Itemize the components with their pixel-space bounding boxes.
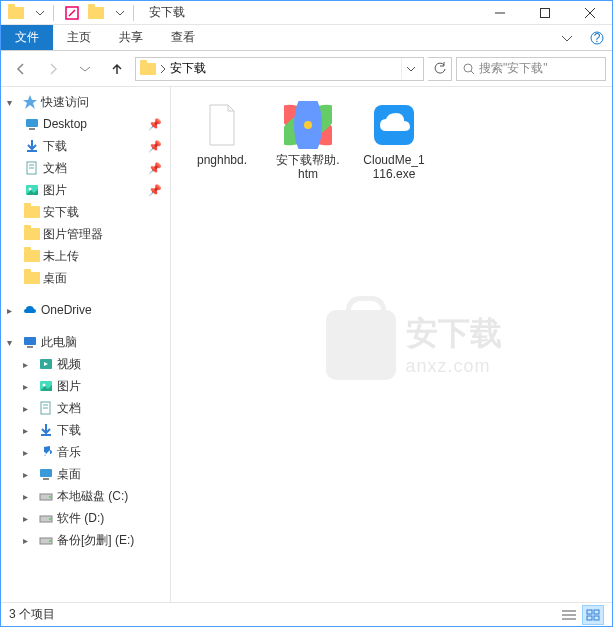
- chevron-right-icon[interactable]: ▸: [23, 381, 35, 392]
- sidebar-item[interactable]: Desktop📌: [1, 113, 170, 135]
- file-item[interactable]: 安下载帮助.htm: [271, 97, 345, 186]
- up-button[interactable]: [103, 55, 131, 83]
- sidebar-this-pc[interactable]: ▾ 此电脑: [1, 331, 170, 353]
- tab-file[interactable]: 文件: [1, 25, 53, 50]
- sidebar-item-label: 快速访问: [41, 94, 89, 111]
- refresh-button[interactable]: [428, 57, 452, 81]
- svg-text:?: ?: [594, 31, 601, 45]
- search-input[interactable]: 搜索"安下载": [456, 57, 606, 81]
- title-bar: 安下载: [1, 1, 612, 25]
- sidebar-item[interactable]: ▸文档: [1, 397, 170, 419]
- videos-icon: [37, 355, 55, 373]
- sidebar-item-label: 文档: [57, 400, 81, 417]
- sidebar-item[interactable]: 未上传: [1, 245, 170, 267]
- sidebar-item[interactable]: ▸下载: [1, 419, 170, 441]
- sidebar-item-label: OneDrive: [41, 303, 92, 317]
- chevron-right-icon[interactable]: ▸: [23, 447, 35, 458]
- svg-marker-9: [23, 95, 37, 109]
- svg-rect-28: [40, 469, 52, 477]
- documents-icon: [37, 399, 55, 417]
- music-icon: [37, 443, 55, 461]
- svg-point-31: [49, 496, 51, 498]
- sidebar-item[interactable]: ▸图片: [1, 375, 170, 397]
- sidebar-drive[interactable]: ▸备份[勿删] (E:): [1, 529, 170, 551]
- chevron-right-icon[interactable]: ▸: [23, 535, 35, 546]
- address-bar[interactable]: 安下载: [135, 57, 424, 81]
- sidebar-item[interactable]: 图片📌: [1, 179, 170, 201]
- forward-button[interactable]: [39, 55, 67, 83]
- pin-icon: 📌: [148, 118, 162, 131]
- svg-rect-44: [587, 616, 592, 620]
- icons-view-button[interactable]: [582, 605, 604, 625]
- drive-icon: [37, 509, 55, 527]
- drive-icon: [37, 487, 55, 505]
- tab-share[interactable]: 共享: [105, 25, 157, 50]
- sidebar-item[interactable]: 桌面: [1, 267, 170, 289]
- breadcrumb-label: 安下载: [170, 60, 206, 77]
- file-icon: [198, 101, 246, 149]
- sidebar-item-label: 本地磁盘 (C:): [57, 488, 128, 505]
- search-icon: [463, 63, 475, 75]
- maximize-button[interactable]: [522, 1, 567, 25]
- sidebar-item[interactable]: 下载📌: [1, 135, 170, 157]
- sidebar-onedrive[interactable]: ▸ OneDrive: [1, 299, 170, 321]
- sidebar-item[interactable]: 图片管理器: [1, 223, 170, 245]
- chevron-right-icon[interactable]: ▸: [7, 305, 19, 316]
- navigation-pane: ▾ 快速访问 Desktop📌下载📌文档📌图片📌 安下载图片管理器未上传桌面 ▸…: [1, 87, 171, 602]
- chevron-right-icon[interactable]: ▸: [23, 469, 35, 480]
- window-controls: [477, 1, 612, 25]
- sidebar-item[interactable]: 文档📌: [1, 157, 170, 179]
- sidebar-item[interactable]: ▸桌面: [1, 463, 170, 485]
- close-button[interactable]: [567, 1, 612, 25]
- tab-home[interactable]: 主页: [53, 25, 105, 50]
- sidebar-item-label: 视频: [57, 356, 81, 373]
- qat-dropdown-2-icon[interactable]: [109, 2, 131, 24]
- chevron-right-icon[interactable]: ▸: [23, 403, 35, 414]
- file-item[interactable]: pnghhbd.: [185, 97, 259, 186]
- qat-separator: [53, 5, 59, 21]
- sidebar-item[interactable]: ▸视频: [1, 353, 170, 375]
- recent-dropdown-icon[interactable]: [71, 55, 99, 83]
- chevron-down-icon[interactable]: ▾: [7, 337, 19, 348]
- sidebar-drive[interactable]: ▸本地磁盘 (C:): [1, 485, 170, 507]
- tab-view[interactable]: 查看: [157, 25, 209, 50]
- ribbon-expand-icon[interactable]: [552, 25, 582, 50]
- folder-icon-2: [85, 2, 107, 24]
- sidebar-item[interactable]: 安下载: [1, 201, 170, 223]
- qat-dropdown-icon[interactable]: [29, 2, 51, 24]
- folder-icon: [23, 225, 41, 243]
- sidebar-item-label: 桌面: [43, 270, 67, 287]
- file-list[interactable]: pnghhbd.安下载帮助.htmCloudMe_1116.exe 安下载 an…: [171, 87, 612, 602]
- sidebar-item-label: 图片: [43, 182, 67, 199]
- watermark-en: anxz.com: [406, 356, 502, 377]
- svg-point-23: [43, 384, 46, 387]
- address-dropdown-icon[interactable]: [401, 58, 419, 80]
- sidebar-item[interactable]: ▸音乐: [1, 441, 170, 463]
- help-button[interactable]: ?: [582, 25, 612, 50]
- chevron-right-icon[interactable]: ▸: [23, 359, 35, 370]
- back-button[interactable]: [7, 55, 35, 83]
- folder-icon: [23, 203, 41, 221]
- pin-icon: 📌: [148, 184, 162, 197]
- sidebar-drive[interactable]: ▸软件 (D:): [1, 507, 170, 529]
- sidebar-quick-access[interactable]: ▾ 快速访问: [1, 91, 170, 113]
- onedrive-icon: [21, 301, 39, 319]
- chevron-right-icon[interactable]: ▸: [23, 513, 35, 524]
- svg-point-37: [304, 121, 312, 129]
- chevron-right-icon[interactable]: ▸: [23, 425, 35, 436]
- properties-icon[interactable]: [61, 2, 83, 24]
- file-label: pnghhbd.: [197, 153, 247, 167]
- qat-separator-2: [133, 5, 139, 21]
- sidebar-item-label: 图片管理器: [43, 226, 103, 243]
- sidebar-item-label: 桌面: [57, 466, 81, 483]
- watermark: 安下载 anxz.com: [326, 310, 502, 380]
- desktop-icon: [37, 465, 55, 483]
- minimize-button[interactable]: [477, 1, 522, 25]
- status-item-count: 3 个项目: [9, 606, 55, 623]
- breadcrumb[interactable]: 安下载: [140, 60, 206, 77]
- file-item[interactable]: CloudMe_1116.exe: [357, 97, 431, 186]
- details-view-button[interactable]: [558, 605, 580, 625]
- chevron-right-icon[interactable]: ▸: [23, 491, 35, 502]
- chevron-down-icon[interactable]: ▾: [7, 97, 19, 108]
- address-row: 安下载 搜索"安下载": [1, 51, 612, 87]
